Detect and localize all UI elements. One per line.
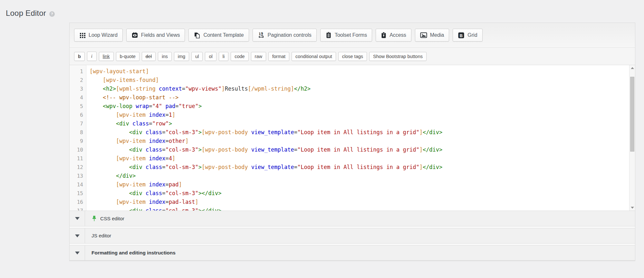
quicktag-li-button[interactable]: li	[219, 52, 228, 61]
section-label: JS editor	[91, 233, 111, 239]
quicktag-link-button[interactable]: link	[99, 52, 114, 61]
accordion-sections: CSS editorJS editorFormatting and editin…	[70, 211, 635, 261]
code-line: [wpv-item index=other]	[90, 137, 629, 145]
toolbar-button-label: Media	[430, 32, 444, 38]
quicktag-i-button[interactable]: i	[87, 52, 97, 61]
collapse-toggle[interactable]	[70, 245, 85, 260]
collapse-toggle[interactable]	[70, 228, 85, 243]
content-template-button[interactable]: Content Template	[188, 29, 249, 42]
line-number: 8	[70, 128, 83, 137]
quicktag-b-quote-button[interactable]: b-quote	[116, 52, 139, 61]
line-number: 7	[70, 119, 83, 128]
content-template-icon	[194, 32, 200, 39]
page-header: Loop Editor ?	[0, 0, 644, 20]
section-formatting-and-editing-instructions[interactable]: Formatting and editing instructions	[70, 245, 635, 261]
section-css-editor[interactable]: CSS editor	[70, 211, 635, 226]
line-number: 6	[70, 111, 83, 119]
line-number: 13	[70, 172, 83, 180]
collapse-toggle[interactable]	[70, 211, 85, 226]
line-number: 10	[70, 145, 83, 154]
scrollbar-up-button[interactable]	[630, 65, 635, 71]
line-number: 15	[70, 189, 83, 198]
svg-text:1: 1	[259, 32, 261, 36]
section-js-editor[interactable]: JS editor	[70, 228, 635, 243]
quicktag-ul-button[interactable]: ul	[191, 52, 203, 61]
media-button[interactable]: Media	[415, 29, 449, 42]
svg-text:9: 9	[261, 32, 263, 36]
loop-editor-panel: Loop WizardFields and ViewsContent Templ…	[69, 23, 635, 261]
code-line: <wpv-loop wrap="4" pad="true">	[90, 102, 629, 111]
toolset-forms-icon	[325, 32, 332, 39]
help-icon[interactable]: ?	[49, 11, 55, 17]
line-number: 16	[70, 198, 83, 206]
code-line: <h2>[wpml-string context="wpv-views"]Res…	[90, 84, 629, 93]
quicktag-ol-button[interactable]: ol	[205, 52, 216, 61]
access-button[interactable]: Access	[376, 29, 411, 42]
line-number: 17	[70, 206, 83, 211]
toolbar-button-label: Fields and Views	[141, 32, 180, 38]
code-line: <div class="col-sm-3"></div>	[90, 206, 629, 211]
code-line: [wpv-item index=pad-last]	[90, 198, 629, 206]
code-line: [wpv-layout-start]	[90, 67, 629, 76]
quicktags-toolbar: bilinkb-quotedelinsimgulollicoderawforma…	[70, 48, 635, 65]
toolbar-button-label: Grid	[467, 32, 477, 38]
toolbar-primary: Loop WizardFields and ViewsContent Templ…	[70, 23, 635, 48]
chevron-down-icon	[75, 217, 80, 220]
code-line: [wpv-item index=4]	[90, 154, 629, 163]
code-line: [wpv-item index=pad]	[90, 180, 629, 189]
code-line: <div class="col-sm-3"></div>	[90, 189, 629, 198]
quicktag-close-tags-button[interactable]: close tags	[338, 52, 367, 61]
access-icon	[381, 32, 387, 39]
code-line: </div>	[90, 172, 629, 180]
vertical-scrollbar[interactable]	[629, 65, 635, 211]
section-label: CSS editor	[100, 216, 124, 222]
quicktag-del-button[interactable]: del	[142, 52, 156, 61]
code-editor[interactable]: 1234567891011121314151617 [wpv-layout-st…	[70, 65, 635, 211]
quicktag-show-bootstrap-buttons-button[interactable]: Show Bootstrap buttons	[369, 52, 427, 61]
svg-text:B: B	[460, 33, 463, 38]
line-number: 2	[70, 76, 83, 84]
grid-button[interactable]: BGrid	[453, 29, 482, 42]
line-number: 11	[70, 154, 83, 163]
arrow-down-icon	[631, 207, 634, 209]
arrow-up-icon	[631, 67, 634, 69]
toolbar-button-label: Pagination controls	[268, 32, 312, 38]
code-line: <div class="col-sm-3">[wpv-post-body vie…	[90, 128, 629, 137]
code-line: [wpv-item index=1]	[90, 111, 629, 119]
scrollbar-thumb[interactable]	[630, 77, 634, 152]
section-label: Formatting and editing instructions	[91, 250, 176, 256]
quicktag-conditional-output-button[interactable]: conditional output	[292, 52, 336, 61]
pagination-controls-button[interactable]: 19Pagination controls	[253, 29, 317, 42]
fields-views-icon	[131, 32, 138, 39]
toolbar-button-label: Loop Wizard	[89, 32, 118, 38]
code-line: <div class="row">	[90, 119, 629, 128]
scrollbar-down-button[interactable]	[630, 205, 635, 211]
grid-icon	[79, 32, 86, 38]
fields-and-views-button[interactable]: Fields and Views	[126, 29, 185, 42]
quicktag-code-button[interactable]: code	[231, 52, 248, 61]
code-line: <!-- wpv-loop-start -->	[90, 93, 629, 102]
toolbar-button-label: Content Template	[203, 32, 244, 38]
code-line: <div class="col-sm-3">[wpv-post-body vie…	[90, 145, 629, 154]
quicktag-ins-button[interactable]: ins	[158, 52, 172, 61]
line-number: 12	[70, 163, 83, 172]
line-number: 1	[70, 67, 83, 76]
line-number: 14	[70, 180, 83, 189]
quicktag-format-button[interactable]: format	[268, 52, 289, 61]
toolset-forms-button[interactable]: Toolset Forms	[320, 29, 372, 42]
bootstrap-grid-icon: B	[458, 32, 465, 39]
code-line: [wpv-items-found]	[90, 76, 629, 84]
media-icon	[420, 32, 427, 38]
quicktag-raw-button[interactable]: raw	[251, 52, 266, 61]
code-area[interactable]: [wpv-layout-start] [wpv-items-found] <h2…	[86, 65, 629, 211]
loop-wizard-button[interactable]: Loop Wizard	[74, 29, 123, 42]
line-number-gutter: 1234567891011121314151617	[70, 65, 86, 211]
quicktag-b-button[interactable]: b	[74, 52, 85, 61]
pin-icon	[91, 215, 97, 222]
pagination-icon: 19	[258, 32, 265, 39]
quicktag-img-button[interactable]: img	[174, 52, 189, 61]
line-number: 9	[70, 137, 83, 145]
toolbar-button-label: Access	[389, 32, 406, 38]
toolbar-button-label: Toolset Forms	[335, 32, 367, 38]
chevron-down-icon	[75, 234, 80, 237]
